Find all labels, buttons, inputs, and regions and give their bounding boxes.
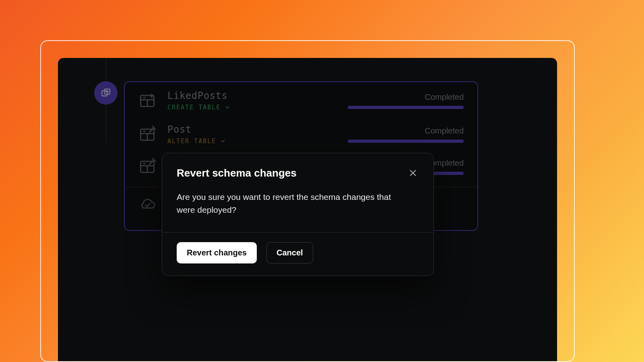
revert-schema-modal: Revert schema changes Are you sure you w… xyxy=(162,153,434,276)
app-surface: LikedPosts CREATE TABLE Completed xyxy=(58,58,557,361)
migration-operation-label: ALTER TABLE xyxy=(167,138,216,145)
gradient-background: LikedPosts CREATE TABLE Completed xyxy=(0,0,644,362)
revert-changes-button[interactable]: Revert changes xyxy=(177,242,257,263)
migration-status: Completed xyxy=(425,93,464,102)
modal-title: Revert schema changes xyxy=(177,167,297,179)
chevron-down-icon xyxy=(225,105,230,110)
close-button[interactable] xyxy=(407,167,419,180)
migration-title: LikedPosts xyxy=(167,90,336,101)
progress-bar xyxy=(348,106,464,109)
migration-status: Completed xyxy=(425,126,464,136)
migration-row[interactable]: LikedPosts CREATE TABLE Completed xyxy=(125,82,477,119)
modal-body: Are you sure you want to revert the sche… xyxy=(162,180,412,232)
timeline-badge xyxy=(94,81,118,105)
migration-operation[interactable]: CREATE TABLE xyxy=(167,104,336,111)
migration-title: Post xyxy=(167,124,336,135)
migration-operation[interactable]: ALTER TABLE xyxy=(167,138,336,145)
chevron-down-icon xyxy=(220,138,226,144)
migration-operation-label: CREATE TABLE xyxy=(167,104,221,111)
table-create-icon xyxy=(138,92,156,109)
table-edit-icon xyxy=(138,125,156,143)
migration-row[interactable]: Post ALTER TABLE Completed xyxy=(125,119,477,153)
close-icon xyxy=(409,169,417,177)
cancel-button[interactable]: Cancel xyxy=(266,242,313,263)
window-frame: LikedPosts CREATE TABLE Completed xyxy=(40,40,575,362)
progress-bar xyxy=(348,140,464,143)
modal-actions: Revert changes Cancel xyxy=(162,232,433,276)
table-edit-icon xyxy=(138,158,156,175)
cloud-check-icon xyxy=(138,196,156,212)
schema-icon xyxy=(101,88,111,98)
